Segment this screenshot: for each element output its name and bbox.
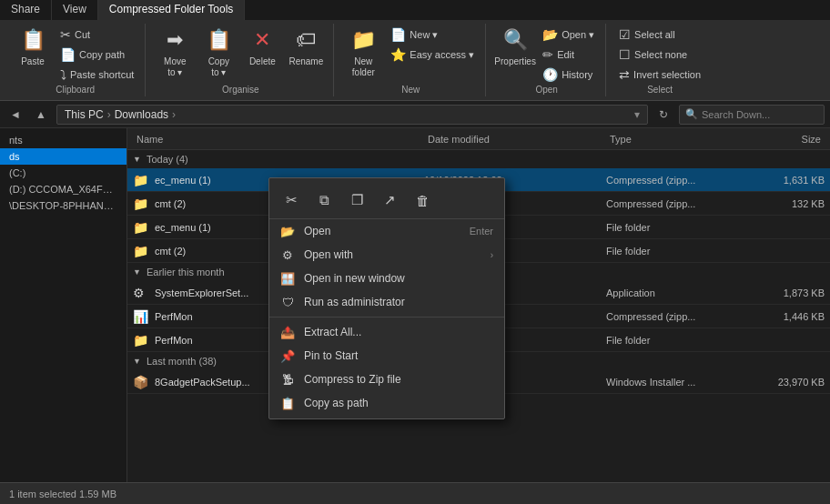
ctx-copy-path[interactable]: 📋 Copy as path — [269, 391, 504, 415]
ctx-cut-button[interactable]: ✂ — [278, 187, 304, 213]
ctx-delete-button[interactable]: 🗑 — [410, 187, 435, 213]
paste-icon: 📋 — [18, 25, 47, 55]
ctx-run-admin[interactable]: 🛡 Run as administrator — [269, 290, 504, 314]
ctx-open-new-window[interactable]: 🪟 Open in new window — [269, 267, 504, 290]
delete-label: Delete — [249, 56, 276, 67]
ribbon-group-open: 🔍 Properties 📂 Open ▾ ✏ Edit 🕐 History — [488, 24, 606, 96]
new-folder-label: Newfolder — [352, 56, 375, 78]
history-button[interactable]: 🕐 History — [539, 66, 598, 84]
file-icon: 📦 — [133, 375, 149, 389]
file-type: Compressed (zipp... — [606, 311, 752, 322]
ctx-open-label: Open — [304, 225, 461, 237]
ctx-copy-button[interactable]: ⧉ — [311, 187, 337, 213]
copy-to-label: Copyto ▾ — [208, 56, 229, 78]
search-placeholder: Search Down... — [702, 109, 770, 120]
easy-access-button[interactable]: ⭐ Easy access ▾ — [387, 45, 478, 64]
delete-icon: ✕ — [248, 25, 277, 55]
file-icon: 📊 — [133, 309, 149, 324]
ribbon: Share View Compressed Folder Tools 📋 Pas… — [0, 0, 830, 101]
file-icon: 📁 — [133, 197, 149, 211]
easy-access-icon: ⭐ — [390, 47, 406, 62]
ctx-openwith-icon: ⚙ — [280, 247, 295, 262]
ctx-compress-zip[interactable]: 🗜 Compress to Zip file — [269, 368, 504, 391]
col-header-type[interactable]: Type — [606, 134, 752, 145]
sidebar-item-ds[interactable]: ds — [0, 148, 127, 165]
rename-button[interactable]: 🏷 Rename — [286, 24, 326, 69]
move-to-label: Moveto ▾ — [164, 56, 186, 78]
select-none-button[interactable]: ☐ Select none — [615, 45, 704, 64]
invert-selection-button[interactable]: ⇄ Invert selection — [615, 66, 704, 84]
file-size: 1,631 KB — [752, 175, 825, 186]
paste-shortcut-button[interactable]: ⤵ Paste shortcut — [56, 66, 137, 84]
new-folder-button[interactable]: 📁 Newfolder — [343, 24, 383, 80]
new-icon: 📄 — [390, 27, 406, 42]
back-button[interactable]: ◄ — [5, 105, 25, 125]
rename-icon: 🏷 — [291, 25, 320, 55]
ctx-openwith-arrow: › — [491, 250, 493, 260]
move-to-button[interactable]: ➡ Moveto ▾ — [155, 24, 195, 80]
move-to-icon: ➡ — [160, 25, 189, 55]
col-header-size[interactable]: Size — [752, 134, 825, 145]
paste-label: Paste — [21, 56, 45, 67]
easy-access-label: Easy access ▾ — [410, 49, 474, 61]
tab-share[interactable]: Share — [0, 0, 52, 20]
search-icon: 🔍 — [685, 108, 698, 120]
file-size: 23,970 KB — [752, 377, 825, 388]
path-separator-2: › — [172, 108, 176, 121]
search-box[interactable]: 🔍 Search Down... — [679, 105, 825, 125]
ctx-extract-all[interactable]: 📤 Extract All... — [269, 320, 504, 344]
open-icon: 📂 — [542, 27, 558, 42]
file-icon: 📁 — [133, 173, 149, 187]
ribbon-content: 📋 Paste ✂ Cut 📄 Copy path ⤵ Paste shortc… — [0, 20, 830, 100]
new-folder-icon: 📁 — [349, 25, 378, 55]
file-icon: 📁 — [133, 333, 149, 348]
group-today: Today (4) — [127, 150, 830, 168]
select-all-button[interactable]: ☑ Select all — [615, 25, 704, 44]
file-icon: 📁 — [133, 220, 149, 235]
up-button[interactable]: ▲ — [31, 105, 51, 125]
file-type: Application — [606, 287, 752, 298]
edit-icon: ✏ — [542, 47, 553, 62]
refresh-button[interactable]: ↻ — [653, 105, 673, 125]
sidebar-item-c[interactable]: (C:) — [0, 165, 127, 181]
cut-button[interactable]: ✂ Cut — [56, 25, 137, 44]
ctx-newwindow-label: Open in new window — [304, 272, 493, 285]
ctx-share-button[interactable]: ↗ — [377, 187, 402, 213]
ribbon-group-select: ☑ Select all ☐ Select none ⇄ Invert sele… — [608, 24, 712, 96]
tab-compressed-folder-tools[interactable]: Compressed Folder Tools — [98, 0, 246, 20]
sidebar-item-d[interactable]: (D:) CCCOMA_X64FRE_E... — [0, 181, 127, 197]
ctx-copy2-button[interactable]: ❐ — [344, 187, 369, 213]
paste-button[interactable]: 📋 Paste — [13, 24, 53, 69]
select-group-label: Select — [647, 85, 673, 96]
select-none-icon: ☐ — [619, 47, 631, 62]
new-button[interactable]: 📄 New ▾ — [387, 25, 478, 44]
ctx-compress-icon: 🗜 — [280, 372, 295, 387]
copy-to-button[interactable]: 📋 Copyto ▾ — [198, 24, 238, 80]
sidebar-item-nts[interactable]: nts — [0, 132, 127, 148]
address-path[interactable]: This PC › Downloads › ▾ — [56, 105, 648, 125]
ctx-open-with[interactable]: ⚙ Open with › — [269, 243, 504, 267]
tab-view[interactable]: View — [52, 0, 98, 20]
ribbon-group-new: 📁 Newfolder 📄 New ▾ ⭐ Easy access ▾ New — [336, 24, 486, 96]
col-header-date[interactable]: Date modified — [424, 134, 606, 145]
file-icon: 📁 — [133, 244, 149, 258]
open-group-label: Open — [535, 85, 557, 96]
delete-button[interactable]: ✕ Delete — [242, 24, 282, 69]
context-menu: ✂ ⧉ ❐ ↗ 🗑 📂 Open Enter ⚙ Open with › 🪟 O… — [268, 177, 505, 419]
copy-to-icon: 📋 — [204, 25, 233, 55]
ctx-pin-start[interactable]: 📌 Pin to Start — [269, 344, 504, 368]
copy-path-button[interactable]: 📄 Copy path — [56, 45, 137, 64]
edit-button[interactable]: ✏ Edit — [539, 45, 598, 64]
select-all-icon: ☑ — [619, 27, 631, 42]
ctx-copypath-icon: 📋 — [280, 396, 295, 410]
context-menu-toolbar: ✂ ⧉ ❐ ↗ 🗑 — [269, 182, 504, 219]
paste-shortcut-label: Paste shortcut — [70, 69, 134, 80]
open-button[interactable]: 📂 Open ▾ — [539, 25, 598, 44]
ctx-open[interactable]: 📂 Open Enter — [269, 219, 504, 243]
sidebar-item-network[interactable]: \DESKTOP-8PHHAN9\Use... — [0, 197, 127, 214]
cut-icon: ✂ — [60, 27, 71, 42]
col-header-name[interactable]: Name — [133, 134, 424, 145]
invert-label: Invert selection — [633, 69, 701, 80]
open-label: Open ▾ — [562, 29, 594, 41]
properties-button[interactable]: 🔍 Properties — [495, 24, 535, 69]
